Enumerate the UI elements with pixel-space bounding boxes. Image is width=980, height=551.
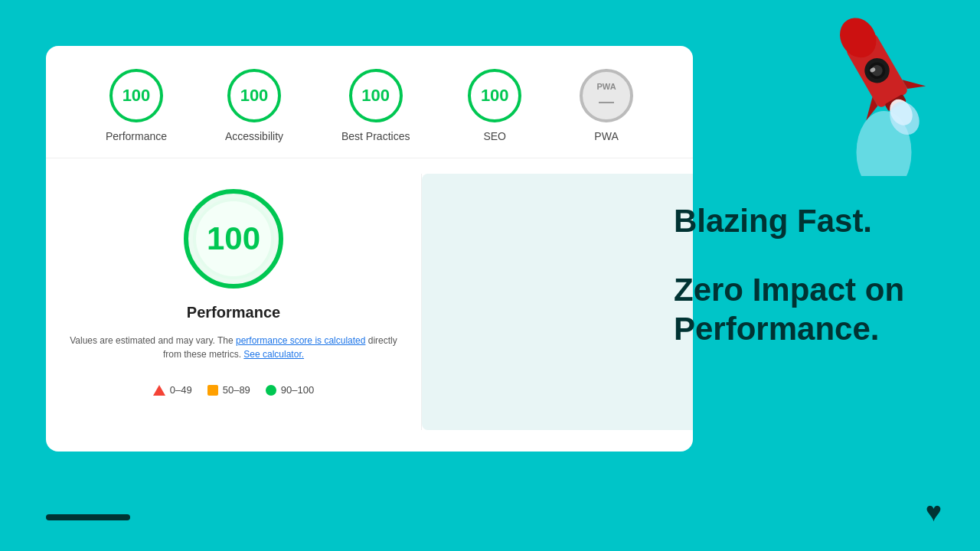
performance-note: Values are estimated and may vary. The p… xyxy=(69,334,398,361)
legend-range-red: 0–49 xyxy=(170,384,192,396)
big-performance-circle: 100 xyxy=(184,189,283,289)
score-label-best-practices: Best Practices xyxy=(341,130,410,142)
blazing-fast-heading: Blazing Fast. xyxy=(674,202,934,240)
score-value-best-practices: 100 xyxy=(361,86,390,106)
bottom-section: 100 Performance Values are estimated and… xyxy=(46,158,693,445)
green-dot-icon xyxy=(266,385,276,396)
score-circle-seo: 100 xyxy=(468,69,521,122)
rocket-illustration xyxy=(804,0,957,176)
big-score-value: 100 xyxy=(207,220,260,257)
legend-item-red: 0–49 xyxy=(153,384,192,396)
legend: 0–49 50–89 90–100 xyxy=(153,384,314,396)
score-item-seo: 100 SEO xyxy=(468,69,521,142)
scores-row: 100 Performance 100 Accessibility 100 Be… xyxy=(46,46,693,158)
pwa-label: PWA xyxy=(597,82,616,91)
legend-item-orange: 50–89 xyxy=(207,384,250,396)
legend-range-orange: 50–89 xyxy=(223,384,250,396)
score-item-pwa: PWA — PWA xyxy=(580,69,633,142)
score-value-performance: 100 xyxy=(122,86,151,106)
right-content: Blazing Fast. Zero Impact on Performance… xyxy=(674,202,934,348)
note-text-before: Values are estimated and may vary. The xyxy=(70,335,233,346)
orange-square-icon xyxy=(207,385,218,396)
left-panel: 100 Performance Values are estimated and… xyxy=(46,158,421,445)
score-item-performance: 100 Performance xyxy=(106,69,167,142)
zero-impact-heading: Zero Impact on Performance. xyxy=(674,272,934,349)
score-circle-performance: 100 xyxy=(109,69,163,122)
performance-score-link[interactable]: performance score is calculated xyxy=(236,335,365,346)
score-circle-best-practices: 100 xyxy=(349,69,403,122)
right-panel-preview xyxy=(422,174,693,430)
lighthouse-card: 100 Performance 100 Accessibility 100 Be… xyxy=(46,46,693,452)
score-label-accessibility: Accessibility xyxy=(225,130,283,142)
score-label-performance: Performance xyxy=(106,130,167,142)
performance-title: Performance xyxy=(187,304,280,321)
score-item-best-practices: 100 Best Practices xyxy=(341,69,410,142)
score-circle-pwa: PWA — xyxy=(580,69,633,122)
score-value-accessibility: 100 xyxy=(240,86,269,106)
score-item-accessibility: 100 Accessibility xyxy=(225,69,283,142)
score-label-seo: SEO xyxy=(483,130,506,142)
score-value-seo: 100 xyxy=(481,86,509,106)
bottom-progress-bar xyxy=(46,514,130,520)
calculator-link[interactable]: See calculator. xyxy=(243,349,304,360)
legend-item-green: 90–100 xyxy=(266,384,314,396)
rocket-svg xyxy=(812,0,949,176)
score-label-pwa: PWA xyxy=(594,130,618,142)
pwa-minus-icon: — xyxy=(599,93,614,110)
red-triangle-icon xyxy=(153,385,165,396)
score-circle-accessibility: 100 xyxy=(227,69,281,122)
heart-icon: ♥ xyxy=(926,496,942,528)
legend-range-green: 90–100 xyxy=(281,384,314,396)
